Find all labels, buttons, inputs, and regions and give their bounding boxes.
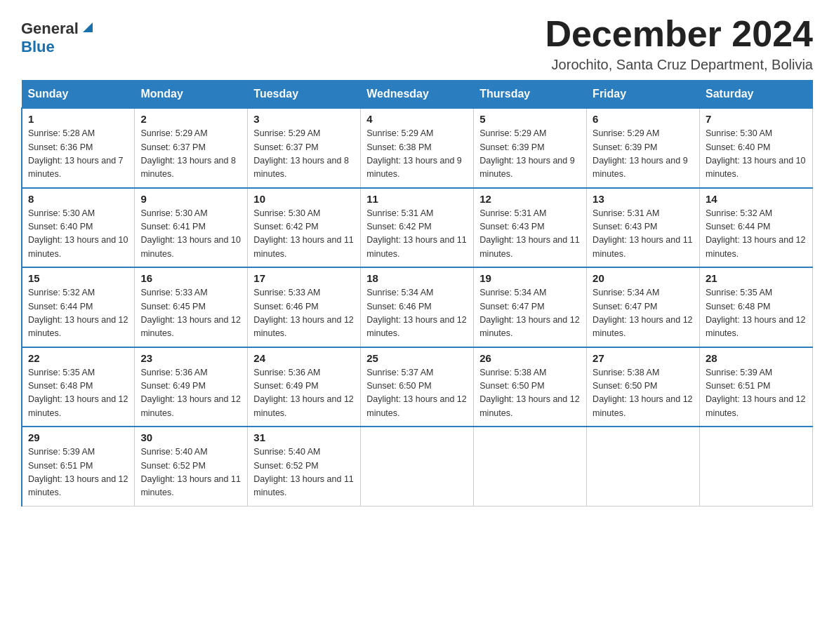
- day-info: Sunrise: 5:36 AMSunset: 6:49 PMDaylight:…: [140, 368, 240, 418]
- day-info: Sunrise: 5:29 AMSunset: 6:39 PMDaylight:…: [593, 128, 688, 179]
- day-number: 7: [706, 113, 807, 125]
- day-info: Sunrise: 5:28 AMSunset: 6:36 PMDaylight:…: [28, 128, 124, 179]
- day-info: Sunrise: 5:31 AMSunset: 6:42 PMDaylight:…: [366, 208, 466, 259]
- day-number: 13: [593, 193, 694, 205]
- table-row: 10Sunrise: 5:30 AMSunset: 6:42 PMDayligh…: [248, 188, 361, 268]
- table-row: 11Sunrise: 5:31 AMSunset: 6:42 PMDayligh…: [361, 188, 474, 268]
- day-info: Sunrise: 5:40 AMSunset: 6:52 PMDaylight:…: [140, 447, 240, 497]
- day-number: 27: [593, 352, 694, 364]
- day-number: 17: [253, 272, 355, 284]
- day-number: 23: [140, 352, 241, 364]
- table-row: 1Sunrise: 5:28 AMSunset: 6:36 PMDaylight…: [22, 108, 135, 188]
- day-info: Sunrise: 5:36 AMSunset: 6:49 PMDaylight:…: [253, 368, 353, 418]
- day-info: Sunrise: 5:30 AMSunset: 6:40 PMDaylight:…: [706, 128, 805, 179]
- day-info: Sunrise: 5:29 AMSunset: 6:38 PMDaylight:…: [366, 128, 462, 179]
- location-subtitle: Jorochito, Santa Cruz Department, Bolivi…: [545, 57, 813, 73]
- logo: General Blue: [21, 20, 95, 56]
- day-info: Sunrise: 5:40 AMSunset: 6:52 PMDaylight:…: [253, 447, 353, 497]
- day-info: Sunrise: 5:30 AMSunset: 6:42 PMDaylight:…: [253, 208, 353, 259]
- day-info: Sunrise: 5:35 AMSunset: 6:48 PMDaylight:…: [28, 368, 128, 418]
- day-number: 2: [140, 113, 241, 125]
- table-row: 17Sunrise: 5:33 AMSunset: 6:46 PMDayligh…: [248, 267, 361, 347]
- day-info: Sunrise: 5:31 AMSunset: 6:43 PMDaylight:…: [593, 208, 692, 259]
- day-info: Sunrise: 5:31 AMSunset: 6:43 PMDaylight:…: [479, 208, 579, 259]
- day-info: Sunrise: 5:32 AMSunset: 6:44 PMDaylight:…: [706, 208, 805, 259]
- table-row: 29Sunrise: 5:39 AMSunset: 6:51 PMDayligh…: [22, 427, 135, 506]
- col-wednesday: Wednesday: [361, 81, 474, 109]
- day-number: 1: [28, 113, 128, 125]
- table-row: 15Sunrise: 5:32 AMSunset: 6:44 PMDayligh…: [22, 267, 135, 347]
- day-info: Sunrise: 5:29 AMSunset: 6:37 PMDaylight:…: [253, 128, 349, 179]
- table-row: [700, 427, 813, 506]
- day-number: 31: [253, 431, 355, 443]
- day-number: 10: [253, 193, 355, 205]
- day-info: Sunrise: 5:34 AMSunset: 6:47 PMDaylight:…: [593, 288, 692, 338]
- day-number: 20: [593, 272, 694, 284]
- day-info: Sunrise: 5:37 AMSunset: 6:50 PMDaylight:…: [366, 368, 466, 418]
- calendar-table: Sunday Monday Tuesday Wednesday Thursday…: [21, 80, 813, 507]
- table-row: 7Sunrise: 5:30 AMSunset: 6:40 PMDaylight…: [700, 108, 813, 188]
- day-number: 11: [366, 193, 468, 205]
- logo-general-text: General: [21, 20, 79, 38]
- day-info: Sunrise: 5:33 AMSunset: 6:46 PMDaylight:…: [253, 288, 353, 338]
- table-row: 18Sunrise: 5:34 AMSunset: 6:46 PMDayligh…: [361, 267, 474, 347]
- day-number: 21: [706, 272, 807, 284]
- month-title: December 2024: [545, 14, 813, 54]
- day-number: 28: [706, 352, 807, 364]
- day-number: 15: [28, 272, 128, 284]
- day-number: 22: [28, 352, 128, 364]
- table-row: 25Sunrise: 5:37 AMSunset: 6:50 PMDayligh…: [361, 347, 474, 427]
- day-info: Sunrise: 5:35 AMSunset: 6:48 PMDaylight:…: [706, 288, 805, 338]
- day-number: 14: [706, 193, 807, 205]
- week-row-4: 22Sunrise: 5:35 AMSunset: 6:48 PMDayligh…: [22, 347, 813, 427]
- table-row: 5Sunrise: 5:29 AMSunset: 6:39 PMDaylight…: [474, 108, 587, 188]
- day-number: 25: [366, 352, 468, 364]
- day-number: 12: [479, 193, 581, 205]
- day-info: Sunrise: 5:39 AMSunset: 6:51 PMDaylight:…: [706, 368, 805, 418]
- day-info: Sunrise: 5:30 AMSunset: 6:40 PMDaylight:…: [28, 208, 128, 259]
- day-number: 26: [479, 352, 581, 364]
- table-row: 21Sunrise: 5:35 AMSunset: 6:48 PMDayligh…: [700, 267, 813, 347]
- title-block: December 2024 Jorochito, Santa Cruz Depa…: [545, 14, 813, 73]
- day-number: 29: [28, 431, 128, 443]
- table-row: 14Sunrise: 5:32 AMSunset: 6:44 PMDayligh…: [700, 188, 813, 268]
- table-row: 16Sunrise: 5:33 AMSunset: 6:45 PMDayligh…: [135, 267, 248, 347]
- header-row: Sunday Monday Tuesday Wednesday Thursday…: [22, 81, 813, 109]
- col-monday: Monday: [135, 81, 248, 109]
- table-row: 8Sunrise: 5:30 AMSunset: 6:40 PMDaylight…: [22, 188, 135, 268]
- table-row: 27Sunrise: 5:38 AMSunset: 6:50 PMDayligh…: [587, 347, 700, 427]
- col-sunday: Sunday: [22, 81, 135, 109]
- table-row: 2Sunrise: 5:29 AMSunset: 6:37 PMDaylight…: [135, 108, 248, 188]
- table-row: 12Sunrise: 5:31 AMSunset: 6:43 PMDayligh…: [474, 188, 587, 268]
- col-thursday: Thursday: [474, 81, 587, 109]
- table-row: 22Sunrise: 5:35 AMSunset: 6:48 PMDayligh…: [22, 347, 135, 427]
- week-row-5: 29Sunrise: 5:39 AMSunset: 6:51 PMDayligh…: [22, 427, 813, 506]
- table-row: [474, 427, 587, 506]
- day-number: 9: [140, 193, 241, 205]
- day-info: Sunrise: 5:38 AMSunset: 6:50 PMDaylight:…: [593, 368, 692, 418]
- day-info: Sunrise: 5:33 AMSunset: 6:45 PMDaylight:…: [140, 288, 240, 338]
- day-number: 19: [479, 272, 581, 284]
- day-info: Sunrise: 5:30 AMSunset: 6:41 PMDaylight:…: [140, 208, 240, 259]
- day-number: 4: [366, 113, 468, 125]
- table-row: 30Sunrise: 5:40 AMSunset: 6:52 PMDayligh…: [135, 427, 248, 506]
- table-row: 6Sunrise: 5:29 AMSunset: 6:39 PMDaylight…: [587, 108, 700, 188]
- table-row: 9Sunrise: 5:30 AMSunset: 6:41 PMDaylight…: [135, 188, 248, 268]
- page-header: General Blue December 2024 Jorochito, Sa…: [21, 14, 813, 73]
- table-row: 26Sunrise: 5:38 AMSunset: 6:50 PMDayligh…: [474, 347, 587, 427]
- table-row: 3Sunrise: 5:29 AMSunset: 6:37 PMDaylight…: [248, 108, 361, 188]
- logo-triangle-icon: [80, 20, 95, 35]
- col-tuesday: Tuesday: [248, 81, 361, 109]
- day-info: Sunrise: 5:29 AMSunset: 6:39 PMDaylight:…: [479, 128, 575, 179]
- day-number: 8: [28, 193, 128, 205]
- day-info: Sunrise: 5:39 AMSunset: 6:51 PMDaylight:…: [28, 447, 128, 497]
- week-row-2: 8Sunrise: 5:30 AMSunset: 6:40 PMDaylight…: [22, 188, 813, 268]
- week-row-1: 1Sunrise: 5:28 AMSunset: 6:36 PMDaylight…: [22, 108, 813, 188]
- day-info: Sunrise: 5:38 AMSunset: 6:50 PMDaylight:…: [479, 368, 579, 418]
- table-row: [587, 427, 700, 506]
- table-row: 24Sunrise: 5:36 AMSunset: 6:49 PMDayligh…: [248, 347, 361, 427]
- table-row: 19Sunrise: 5:34 AMSunset: 6:47 PMDayligh…: [474, 267, 587, 347]
- week-row-3: 15Sunrise: 5:32 AMSunset: 6:44 PMDayligh…: [22, 267, 813, 347]
- table-row: 31Sunrise: 5:40 AMSunset: 6:52 PMDayligh…: [248, 427, 361, 506]
- day-info: Sunrise: 5:32 AMSunset: 6:44 PMDaylight:…: [28, 288, 128, 338]
